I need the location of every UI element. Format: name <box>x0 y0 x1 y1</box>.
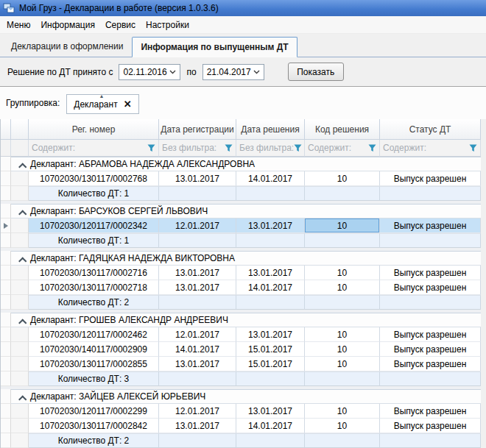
data-cell[interactable]: Выпуск разрешен <box>380 327 481 342</box>
data-cell[interactable]: Выпуск разрешен <box>380 419 481 433</box>
row-indicator-cell <box>1 419 11 433</box>
date-from-select[interactable]: 02.11.2016 <box>119 64 180 80</box>
data-cell[interactable]: 14.01.2017 <box>159 342 236 357</box>
funnel-icon[interactable] <box>294 144 302 152</box>
summary-cell <box>305 295 380 310</box>
summary-cell-count: Количество ДТ: 1 <box>29 233 159 248</box>
funnel-icon[interactable] <box>147 144 155 152</box>
menu-item-service[interactable]: Сервис <box>100 17 141 33</box>
data-cell[interactable]: Выпуск разрешен <box>380 171 481 186</box>
data-cell[interactable]: 13.01.2017 <box>159 280 236 295</box>
funnel-icon[interactable] <box>368 144 376 152</box>
data-cell[interactable]: 14.01.2017 <box>236 419 305 433</box>
group-collapse-icon[interactable] <box>19 319 25 322</box>
group-collapse-icon[interactable] <box>19 163 25 166</box>
data-cell[interactable]: 14.01.2017 <box>236 171 305 186</box>
group-label: Декларант: ГАДЯЦКАЯ НАДЕЖДА ВИКТОРОВНА <box>30 253 235 263</box>
data-cell[interactable]: 10702030/130117/0002855 <box>29 357 159 371</box>
group-collapse-icon[interactable] <box>19 210 25 213</box>
group-row[interactable]: Декларант: ГАДЯЦКАЯ НАДЕЖДА ВИКТОРОВНА <box>11 251 481 266</box>
data-cell[interactable]: Выпуск разрешен <box>380 280 481 295</box>
filter-cell-decision-code[interactable]: Содержит: <box>305 140 380 157</box>
grouping-chip-declarant[interactable]: ▲ Декларант ✕ <box>66 94 138 114</box>
data-cell[interactable]: 10 <box>305 218 380 233</box>
data-cell[interactable]: 13.01.2017 <box>236 266 305 280</box>
filter-cell-reg-number[interactable]: Содержит: <box>29 140 159 157</box>
group-indent-cell <box>11 327 29 342</box>
show-button[interactable]: Показать <box>288 63 344 81</box>
data-cell[interactable]: 10 <box>305 404 380 419</box>
data-cell[interactable]: Выпуск разрешен <box>380 218 481 233</box>
data-cell[interactable]: 10 <box>305 327 380 342</box>
data-cell[interactable]: 10 <box>305 419 380 433</box>
filter-cell-decision-date[interactable]: Без фильтра: <box>236 140 305 157</box>
data-cell[interactable]: 13.01.2017 <box>236 404 305 419</box>
group-collapse-icon[interactable] <box>19 257 25 260</box>
data-cell[interactable]: Выпуск разрешен <box>380 342 481 357</box>
window-titlebar[interactable]: Мой Груз - Декларации в работе (версия 1… <box>0 0 486 16</box>
tab-released-dt-info[interactable]: Информация по выпущенным ДТ <box>132 37 297 57</box>
data-cell[interactable]: 15.01.2017 <box>236 342 305 357</box>
funnel-icon[interactable] <box>469 144 477 152</box>
group-row[interactable]: Декларант: ЗАЙЦЕВ АЛЕКСЕЙ ЮРЬЕВИЧ <box>11 389 481 404</box>
data-cell[interactable]: 12.01.2017 <box>159 327 236 342</box>
data-cell[interactable]: Выпуск разрешен <box>380 266 481 280</box>
group-collapse-icon[interactable] <box>19 395 25 399</box>
filter-cell-registration-date[interactable]: Без фильтра: <box>159 140 236 157</box>
filter-cell-dt-status[interactable]: Содержит: <box>380 140 481 157</box>
data-cell[interactable]: 10 <box>305 280 380 295</box>
data-cell[interactable]: Выпуск разрешен <box>380 404 481 419</box>
filter-placeholder: Без фильтра: <box>239 143 294 153</box>
group-row[interactable]: Декларант: ГРОШЕВ АЛЕКСАНДР АНДРЕЕВИЧ <box>11 313 481 327</box>
data-cell[interactable]: 10 <box>305 342 380 357</box>
data-cell[interactable]: 10702030/140117/0002909 <box>29 342 159 357</box>
menu-item-information[interactable]: Информация <box>35 17 99 33</box>
chevron-down-icon <box>169 70 176 74</box>
summary-cell-count: Количество ДТ: 1 <box>29 186 159 201</box>
data-cell[interactable]: 10 <box>305 171 380 186</box>
data-cell[interactable]: 15.01.2017 <box>236 357 305 371</box>
data-cell[interactable]: 14.01.2017 <box>236 280 305 295</box>
summary-cell <box>305 186 380 201</box>
row-indicator-cell <box>1 433 11 448</box>
data-cell[interactable]: 10702030/120117/0002462 <box>29 327 159 342</box>
data-cell[interactable]: 13.01.2017 <box>159 171 236 186</box>
column-header-dt-status[interactable]: Статус ДТ <box>380 119 481 140</box>
app-window: Мой Груз - Декларации в работе (версия 1… <box>0 0 486 448</box>
summary-cell <box>305 233 380 248</box>
data-cell[interactable]: Выпуск разрешен <box>380 357 481 371</box>
data-cell[interactable]: 12.01.2017 <box>159 404 236 419</box>
tab-strip: Декларации в оформлении Информация по вы… <box>0 34 486 57</box>
menu-item-menu[interactable]: Меню <box>1 17 35 33</box>
app-icon <box>3 3 15 14</box>
group-row[interactable]: Декларант: БАРСУКОВ СЕРГЕЙ ЛЬВОВИЧ <box>11 204 481 218</box>
funnel-icon[interactable] <box>225 144 233 152</box>
data-cell[interactable]: 10702030/130117/0002718 <box>29 280 159 295</box>
data-cell[interactable]: 10702030/120117/0002299 <box>29 404 159 419</box>
summary-cell <box>159 433 236 448</box>
data-cell[interactable]: 13.01.2017 <box>236 327 305 342</box>
date-to-select[interactable]: 21.04.2017 <box>202 64 264 80</box>
data-cell[interactable]: 10 <box>305 266 380 280</box>
group-indent-cell <box>11 371 29 386</box>
data-cell[interactable]: 10702030/130117/0002842 <box>29 419 159 433</box>
data-cell[interactable]: 10702030/120117/0002342 <box>29 218 159 233</box>
data-cell[interactable]: 13.01.2017 <box>159 419 236 433</box>
column-header-decision-code[interactable]: Код решения <box>305 119 380 140</box>
row-indicator-header-cell <box>1 119 11 140</box>
column-header-registration-date[interactable]: Дата регистрации <box>159 119 236 140</box>
column-header-decision-date[interactable]: Дата решения <box>236 119 305 140</box>
menu-item-settings[interactable]: Настройки <box>141 17 194 33</box>
data-cell[interactable]: 10 <box>305 357 380 371</box>
column-header-reg-number[interactable]: Рег. номер <box>29 119 159 140</box>
data-cell[interactable]: 12.01.2017 <box>159 218 236 233</box>
tab-declarations-in-processing[interactable]: Декларации в оформлении <box>2 36 132 57</box>
data-cell[interactable]: 13.01.2017 <box>159 266 236 280</box>
data-cell[interactable]: 10702030/130117/0002768 <box>29 171 159 186</box>
remove-grouping-icon[interactable]: ✕ <box>124 99 132 110</box>
group-label: Декларант: ГРОШЕВ АЛЕКСАНДР АНДРЕЕВИЧ <box>30 315 228 325</box>
group-row[interactable]: Декларант: АБРАМОВА НАДЕЖДА АЛЕКСАНДРОВН… <box>11 157 481 171</box>
data-cell[interactable]: 13.01.2017 <box>159 357 236 371</box>
data-cell[interactable]: 10702030/130117/0002716 <box>29 266 159 280</box>
data-cell[interactable]: 13.01.2017 <box>236 218 305 233</box>
